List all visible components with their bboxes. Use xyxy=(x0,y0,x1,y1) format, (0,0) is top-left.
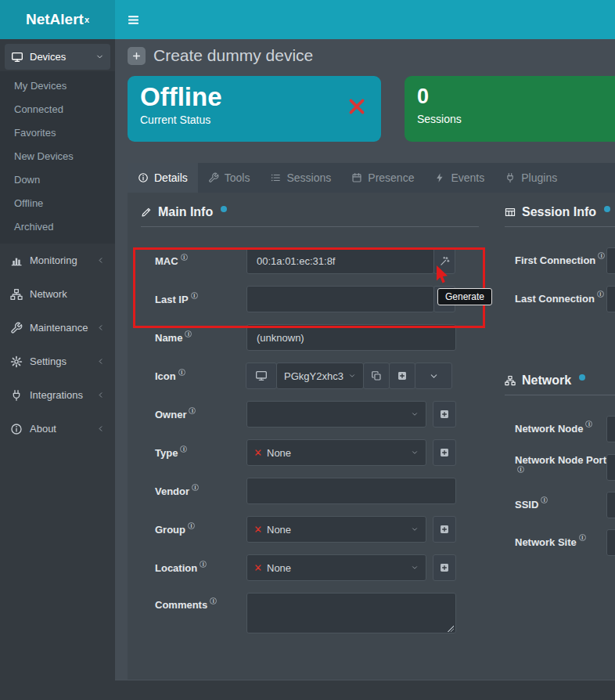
sidebar-item-monitoring[interactable]: Monitoring xyxy=(0,244,115,277)
type-select[interactable]: None xyxy=(246,439,426,466)
add-icon-button[interactable] xyxy=(389,363,415,389)
last-connection-row: Last Connection xyxy=(505,286,615,312)
mac-field-row: MAC xyxy=(141,247,479,274)
network-site-input[interactable] xyxy=(606,529,615,556)
add-type-button[interactable] xyxy=(433,439,456,466)
info-icon[interactable] xyxy=(185,330,192,337)
icon-preview-button[interactable] xyxy=(246,363,277,389)
sidebar-subitem-my-devices[interactable]: My Devices xyxy=(0,74,115,98)
add-owner-button[interactable] xyxy=(433,401,456,428)
field-label: Name xyxy=(155,332,182,344)
chevron-left-icon xyxy=(96,424,105,433)
network-node-port-label: Network Node Port xyxy=(515,453,606,481)
plus-square-icon xyxy=(439,409,450,420)
tab-details[interactable]: Details xyxy=(128,163,198,193)
main-info-header: Main Info xyxy=(141,205,479,227)
info-icon[interactable] xyxy=(541,496,548,503)
info-icon[interactable] xyxy=(585,420,592,428)
info-icon[interactable] xyxy=(598,252,605,259)
sidebar-subitem-down[interactable]: Down xyxy=(0,168,115,192)
info-icon[interactable] xyxy=(178,369,185,376)
chevron-left-icon xyxy=(96,391,105,399)
gear-icon xyxy=(10,355,23,368)
sidebar-subitem-new-devices[interactable]: New Devices xyxy=(0,145,115,168)
sidebar-toggle-button[interactable] xyxy=(115,0,151,39)
network-node-port-input[interactable] xyxy=(606,454,615,481)
owner-select[interactable] xyxy=(246,401,426,428)
info-icon[interactable] xyxy=(181,254,188,261)
sidebar-item-network[interactable]: Network xyxy=(0,277,115,311)
type-field-row: Type None xyxy=(141,439,479,466)
session-info-header: Session Info xyxy=(505,205,615,227)
sidebar-item-about[interactable]: About xyxy=(0,412,115,446)
name-input[interactable] xyxy=(246,324,456,351)
sidebar-item-devices[interactable]: Devices xyxy=(5,44,110,70)
vendor-input[interactable] xyxy=(246,478,456,504)
info-icon[interactable] xyxy=(210,597,217,604)
info-icon[interactable] xyxy=(180,446,187,453)
desktop-icon xyxy=(255,370,268,382)
add-group-button[interactable] xyxy=(433,516,456,543)
info-icon[interactable] xyxy=(517,466,524,473)
location-select[interactable]: None xyxy=(246,554,426,581)
sidebar-subitem-offline[interactable]: Offline xyxy=(0,192,115,215)
chevron-down-icon xyxy=(411,449,419,456)
status-cards: Offline Current Status 0 Sessions xyxy=(128,76,615,142)
info-icon[interactable] xyxy=(579,534,586,541)
sidebar-item-maintenance[interactable]: Maintenance xyxy=(0,311,115,345)
add-location-button[interactable] xyxy=(433,554,456,581)
comments-textarea[interactable] xyxy=(246,593,456,633)
sidebar-subitem-archived[interactable]: Archived xyxy=(0,215,115,239)
tab-label: Sessions xyxy=(286,171,331,184)
ssid-input[interactable] xyxy=(606,492,615,518)
tab-events[interactable]: Events xyxy=(424,163,495,193)
group-label: Group xyxy=(155,524,246,536)
none-x-icon xyxy=(254,449,262,456)
section-title: Session Info xyxy=(522,205,596,219)
group-select[interactable]: None xyxy=(246,516,426,543)
tab-plugins[interactable]: Plugins xyxy=(495,163,567,193)
sidebar-item-label: About xyxy=(30,423,56,435)
first-connection-input[interactable] xyxy=(606,247,615,274)
sidebar-subitem-favorites[interactable]: Favorites xyxy=(0,121,115,145)
chevron-down-icon xyxy=(411,564,419,572)
mac-input[interactable] xyxy=(246,247,434,274)
info-icon[interactable] xyxy=(579,374,585,381)
icon-dropdown-button[interactable] xyxy=(415,363,452,389)
copy-icon-button[interactable] xyxy=(363,363,390,389)
info-icon[interactable] xyxy=(200,561,207,568)
offline-x-icon xyxy=(347,96,367,117)
info-icon[interactable] xyxy=(604,206,610,212)
wrench-icon xyxy=(208,172,219,183)
pencil-icon xyxy=(141,207,152,218)
info-icon[interactable] xyxy=(192,484,199,491)
current-status-card[interactable]: Offline Current Status xyxy=(128,76,381,142)
info-icon[interactable] xyxy=(188,522,195,529)
icon-select[interactable]: PGkgY2xhc3M xyxy=(276,363,364,389)
plus-icon xyxy=(128,47,146,65)
table-icon xyxy=(505,207,516,218)
network-node-input[interactable] xyxy=(606,416,615,442)
generate-mac-button[interactable] xyxy=(433,247,455,274)
main-info-column: Main Info MAC Last IP xyxy=(141,205,479,648)
page-title: Create dummy device xyxy=(153,46,313,65)
tab-sessions[interactable]: Sessions xyxy=(260,163,341,193)
plus-square-icon xyxy=(439,524,450,535)
sidebar-subitem-connected[interactable]: Connected xyxy=(0,98,115,121)
sidebar-item-settings[interactable]: Settings xyxy=(0,345,115,378)
tab-presence[interactable]: Presence xyxy=(341,163,424,193)
sidebar-item-integrations[interactable]: Integrations xyxy=(0,378,115,412)
info-icon[interactable] xyxy=(597,290,604,298)
info-icon[interactable] xyxy=(221,206,227,212)
app-logo[interactable]: NetAlertx xyxy=(0,0,115,39)
tab-tools[interactable]: Tools xyxy=(198,163,261,193)
main-content: Create dummy device Offline Current Stat… xyxy=(115,39,615,700)
last-ip-input[interactable] xyxy=(246,286,434,312)
last-connection-input[interactable] xyxy=(606,286,615,312)
magic-wand-icon xyxy=(440,256,450,266)
sessions-value: 0 xyxy=(417,83,615,110)
plus-square-icon xyxy=(439,447,450,458)
info-icon[interactable] xyxy=(189,407,196,414)
info-icon[interactable] xyxy=(191,292,198,299)
sessions-card[interactable]: 0 Sessions xyxy=(405,76,615,142)
